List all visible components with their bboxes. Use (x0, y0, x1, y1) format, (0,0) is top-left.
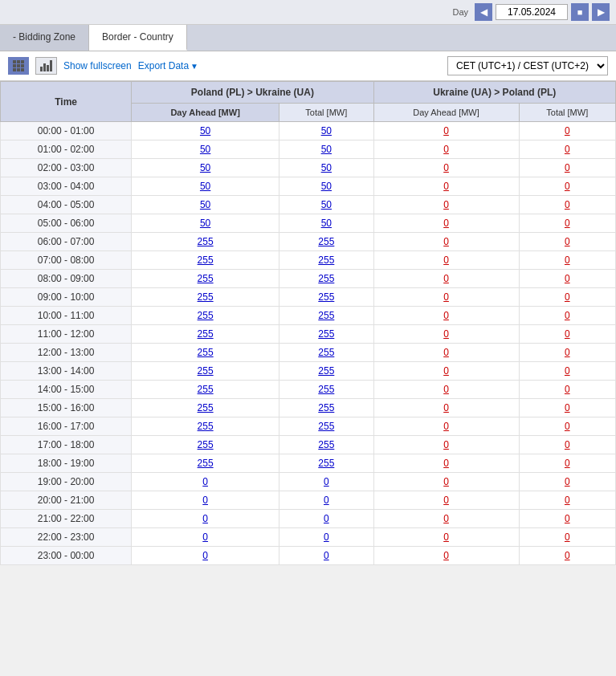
cell-pl-ua-da[interactable]: 255 (132, 233, 279, 251)
cell-pl-ua-total[interactable]: 50 (279, 122, 374, 140)
cell-pl-ua-total[interactable]: 255 (279, 344, 374, 362)
cell-ua-pl-total[interactable]: 0 (519, 140, 616, 159)
cell-ua-pl-da[interactable]: 0 (373, 547, 519, 565)
cell-pl-ua-total[interactable]: 0 (279, 473, 374, 491)
cell-ua-pl-da[interactable]: 0 (373, 510, 519, 528)
cell-ua-pl-total[interactable]: 0 (519, 381, 616, 399)
cell-ua-pl-total[interactable]: 0 (519, 547, 616, 565)
cell-ua-pl-da[interactable]: 0 (373, 307, 519, 325)
cell-pl-ua-da[interactable]: 255 (132, 288, 279, 307)
cell-ua-pl-total[interactable]: 0 (519, 251, 616, 270)
grid-view-button[interactable] (8, 57, 29, 75)
cell-pl-ua-da[interactable]: 0 (132, 491, 279, 510)
cell-ua-pl-da[interactable]: 0 (373, 325, 519, 344)
cell-pl-ua-total[interactable]: 0 (279, 528, 374, 547)
cell-pl-ua-da[interactable]: 0 (132, 547, 279, 565)
cell-pl-ua-total[interactable]: 255 (279, 288, 374, 307)
cell-ua-pl-da[interactable]: 0 (373, 344, 519, 362)
cell-pl-ua-total[interactable]: 255 (279, 251, 374, 270)
prev-date-button[interactable]: ◀ (475, 3, 492, 21)
cell-ua-pl-da[interactable]: 0 (373, 177, 519, 196)
cell-ua-pl-total[interactable]: 0 (519, 473, 616, 491)
cell-pl-ua-total[interactable]: 255 (279, 270, 374, 288)
cell-ua-pl-da[interactable]: 0 (373, 399, 519, 417)
cell-pl-ua-da[interactable]: 255 (132, 251, 279, 270)
cell-ua-pl-total[interactable]: 0 (519, 177, 616, 196)
cell-ua-pl-da[interactable]: 0 (373, 454, 519, 473)
tab-border-country[interactable]: Border - Country (89, 25, 187, 51)
cell-pl-ua-total[interactable]: 50 (279, 214, 374, 233)
calendar-button[interactable]: ■ (571, 3, 589, 21)
cell-pl-ua-da[interactable]: 50 (132, 140, 279, 159)
cell-ua-pl-da[interactable]: 0 (373, 491, 519, 510)
cell-pl-ua-total[interactable]: 0 (279, 547, 374, 565)
cell-ua-pl-total[interactable]: 0 (519, 399, 616, 417)
cell-ua-pl-total[interactable]: 0 (519, 325, 616, 344)
cell-pl-ua-total[interactable]: 255 (279, 436, 374, 454)
cell-ua-pl-total[interactable]: 0 (519, 417, 616, 436)
cell-pl-ua-total[interactable]: 255 (279, 399, 374, 417)
cell-ua-pl-da[interactable]: 0 (373, 196, 519, 214)
cell-pl-ua-total[interactable]: 50 (279, 140, 374, 159)
cell-ua-pl-total[interactable]: 0 (519, 122, 616, 140)
cell-ua-pl-total[interactable]: 0 (519, 491, 616, 510)
cell-pl-ua-da[interactable]: 255 (132, 399, 279, 417)
chart-view-button[interactable] (35, 57, 57, 75)
cell-ua-pl-da[interactable]: 0 (373, 214, 519, 233)
show-fullscreen-link[interactable]: Show fullscreen (63, 60, 132, 71)
cell-ua-pl-da[interactable]: 0 (373, 362, 519, 381)
cell-ua-pl-da[interactable]: 0 (373, 436, 519, 454)
cell-pl-ua-da[interactable]: 50 (132, 177, 279, 196)
cell-ua-pl-da[interactable]: 0 (373, 251, 519, 270)
cell-ua-pl-total[interactable]: 0 (519, 288, 616, 307)
cell-pl-ua-total[interactable]: 255 (279, 307, 374, 325)
cell-pl-ua-da[interactable]: 255 (132, 381, 279, 399)
cell-ua-pl-total[interactable]: 0 (519, 307, 616, 325)
cell-pl-ua-da[interactable]: 255 (132, 344, 279, 362)
cell-pl-ua-da[interactable]: 50 (132, 214, 279, 233)
cell-ua-pl-total[interactable]: 0 (519, 454, 616, 473)
cell-pl-ua-total[interactable]: 50 (279, 159, 374, 177)
cell-ua-pl-da[interactable]: 0 (373, 417, 519, 436)
cell-ua-pl-da[interactable]: 0 (373, 473, 519, 491)
cell-ua-pl-da[interactable]: 0 (373, 528, 519, 547)
export-dropdown-arrow[interactable]: ▼ (190, 62, 198, 71)
cell-pl-ua-total[interactable]: 255 (279, 325, 374, 344)
date-input[interactable] (496, 4, 568, 20)
cell-pl-ua-total[interactable]: 255 (279, 233, 374, 251)
next-date-button[interactable]: ▶ (592, 3, 610, 21)
export-data-button[interactable]: Export Data (138, 60, 189, 71)
cell-ua-pl-total[interactable]: 0 (519, 196, 616, 214)
cell-pl-ua-total[interactable]: 0 (279, 491, 374, 510)
cell-ua-pl-total[interactable]: 0 (519, 528, 616, 547)
cell-pl-ua-da[interactable]: 255 (132, 417, 279, 436)
cell-pl-ua-total[interactable]: 255 (279, 381, 374, 399)
cell-ua-pl-total[interactable]: 0 (519, 510, 616, 528)
cell-ua-pl-da[interactable]: 0 (373, 381, 519, 399)
cell-ua-pl-total[interactable]: 0 (519, 270, 616, 288)
cell-ua-pl-total[interactable]: 0 (519, 344, 616, 362)
cell-pl-ua-total[interactable]: 255 (279, 417, 374, 436)
cell-ua-pl-total[interactable]: 0 (519, 214, 616, 233)
cell-ua-pl-da[interactable]: 0 (373, 288, 519, 307)
cell-ua-pl-da[interactable]: 0 (373, 122, 519, 140)
cell-pl-ua-total[interactable]: 255 (279, 454, 374, 473)
cell-pl-ua-da[interactable]: 50 (132, 196, 279, 214)
cell-pl-ua-da[interactable]: 255 (132, 436, 279, 454)
cell-pl-ua-da[interactable]: 255 (132, 270, 279, 288)
cell-ua-pl-total[interactable]: 0 (519, 436, 616, 454)
cell-ua-pl-total[interactable]: 0 (519, 159, 616, 177)
cell-pl-ua-da[interactable]: 255 (132, 362, 279, 381)
cell-ua-pl-total[interactable]: 0 (519, 362, 616, 381)
cell-ua-pl-da[interactable]: 0 (373, 140, 519, 159)
cell-ua-pl-total[interactable]: 0 (519, 233, 616, 251)
cell-pl-ua-da[interactable]: 255 (132, 454, 279, 473)
cell-ua-pl-da[interactable]: 0 (373, 159, 519, 177)
cell-pl-ua-da[interactable]: 255 (132, 325, 279, 344)
cell-ua-pl-da[interactable]: 0 (373, 270, 519, 288)
cell-pl-ua-da[interactable]: 0 (132, 528, 279, 547)
cell-pl-ua-da[interactable]: 0 (132, 510, 279, 528)
tab-bidding-zone[interactable]: - Bidding Zone (0, 25, 89, 51)
cell-pl-ua-total[interactable]: 50 (279, 196, 374, 214)
cell-pl-ua-total[interactable]: 0 (279, 510, 374, 528)
